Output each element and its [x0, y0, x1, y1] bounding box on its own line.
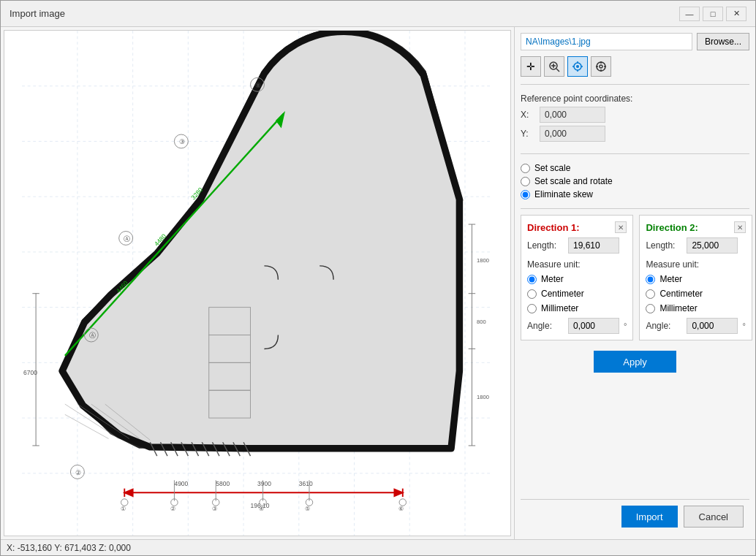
direction1-header: Direction 1: ✕ — [527, 221, 627, 233]
set-scale-option[interactable]: Set scale — [521, 163, 749, 173]
apply-row: Apply — [521, 345, 749, 378]
svg-text:Ⓐ: Ⓐ — [89, 332, 96, 339]
direction1-centimeter-label: Centimeter — [541, 289, 584, 299]
select-icon — [572, 61, 583, 72]
maximize-button[interactable]: □ — [703, 7, 723, 21]
direction2-centimeter-label: Centimeter — [659, 289, 703, 299]
direction1-length-input[interactable] — [568, 237, 619, 254]
svg-text:①: ① — [121, 506, 126, 512]
set-scale-rotate-label: Set scale and rotate — [534, 176, 613, 186]
y-input[interactable] — [540, 126, 605, 142]
target-icon — [595, 61, 607, 72]
direction1-angle-label: Angle: — [527, 321, 564, 331]
direction2-meter-label: Meter — [659, 274, 682, 284]
direction1-measure-unit-label: Measure unit: — [527, 259, 627, 270]
status-coordinates: X: -513,160 Y: 671,403 Z: 0,000 — [7, 543, 131, 553]
svg-text:③: ③ — [179, 138, 185, 145]
direction1-length-label: Length: — [527, 240, 564, 251]
move-tool-button[interactable]: ✛ — [521, 56, 541, 77]
direction1-centimeter-option[interactable]: Centimeter — [527, 289, 627, 299]
svg-point-116 — [600, 65, 602, 68]
file-path-input[interactable] — [521, 33, 692, 50]
title-bar: Import image — □ ✕ — [1, 1, 755, 27]
zoom-icon — [548, 61, 560, 72]
svg-text:⑥: ⑥ — [398, 506, 404, 512]
svg-text:⑧: ⑧ — [255, 82, 261, 89]
scale-options-section: Set scale Set scale and rotate Eliminate… — [521, 160, 749, 202]
reference-point-section: Reference point coordinates: X: Y: — [521, 91, 749, 148]
toolbar-row: ✛ — [521, 55, 749, 78]
eliminate-skew-option[interactable]: Eliminate skew — [521, 189, 749, 199]
svg-text:②: ② — [170, 506, 175, 512]
y-coord-row: Y: — [521, 126, 749, 142]
window-title: Import image — [10, 8, 65, 19]
direction2-millimeter-label: Millimeter — [659, 303, 697, 313]
svg-text:Ⓐ: Ⓐ — [124, 235, 130, 243]
main-window: Import image — □ ✕ — [0, 0, 756, 556]
svg-text:1800: 1800 — [477, 257, 489, 264]
directions-section: Direction 1: ✕ Length: Measure unit: Met… — [521, 215, 749, 340]
target-tool-button[interactable] — [591, 56, 611, 77]
svg-text:1800: 1800 — [477, 394, 489, 400]
svg-text:6700: 6700 — [23, 369, 37, 376]
svg-text:③: ③ — [212, 506, 217, 512]
direction1-millimeter-option[interactable]: Millimeter — [527, 303, 627, 313]
svg-text:5800: 5800 — [216, 480, 230, 487]
svg-text:3610: 3610 — [299, 480, 313, 487]
svg-text:800: 800 — [477, 319, 486, 325]
set-scale-rotate-option[interactable]: Set scale and rotate — [521, 176, 749, 186]
direction1-angle-row: Angle: ° — [527, 318, 627, 334]
direction1-angle-input[interactable] — [568, 318, 619, 334]
direction1-box: Direction 1: ✕ Length: Measure unit: Met… — [521, 215, 633, 340]
svg-text:④: ④ — [259, 506, 264, 512]
direction1-angle-unit: ° — [624, 321, 627, 330]
select-tool-button[interactable] — [567, 56, 588, 77]
cancel-button[interactable]: Cancel — [684, 506, 744, 528]
browse-button[interactable]: Browse... — [697, 33, 749, 50]
bottom-buttons: Import Cancel — [521, 499, 749, 533]
svg-line-106 — [556, 69, 559, 72]
direction2-millimeter-option[interactable]: Millimeter — [646, 303, 745, 313]
direction1-close-button[interactable]: ✕ — [615, 221, 627, 233]
direction2-angle-row: Angle: ° — [646, 318, 745, 334]
close-button[interactable]: ✕ — [726, 7, 746, 21]
direction2-measure-unit-label: Measure unit: — [646, 259, 745, 270]
direction2-close-button[interactable]: ✕ — [734, 221, 746, 233]
direction2-box: Direction 2: ✕ Length: Measure unit: Met… — [639, 215, 752, 340]
right-panel: Browse... ✛ — [514, 27, 755, 539]
eliminate-skew-label: Eliminate skew — [534, 189, 593, 199]
svg-point-110 — [576, 65, 579, 68]
direction2-meter-option[interactable]: Meter — [646, 274, 745, 284]
canvas-area[interactable]: 4900 5800 3900 3610 196.10 — [4, 30, 511, 536]
window-controls: — □ ✕ — [679, 7, 746, 21]
svg-text:⑤: ⑤ — [305, 506, 310, 512]
x-label: X: — [521, 110, 535, 120]
svg-text:②: ② — [75, 469, 81, 476]
x-coord-row: X: — [521, 107, 749, 123]
content-area: 4900 5800 3900 3610 196.10 — [1, 27, 755, 539]
minimize-button[interactable]: — — [679, 7, 700, 21]
status-bar: X: -513,160 Y: 671,403 Z: 0,000 — [1, 539, 755, 555]
direction2-angle-label: Angle: — [646, 321, 682, 331]
direction2-length-input[interactable] — [687, 237, 738, 254]
reference-point-title: Reference point coordinates: — [521, 94, 749, 104]
floor-plan-svg: 4900 5800 3900 3610 196.10 — [4, 31, 510, 536]
direction2-length-label: Length: — [646, 240, 682, 251]
file-path-row: Browse... — [521, 33, 749, 50]
import-button[interactable]: Import — [621, 506, 678, 528]
set-scale-label: Set scale — [534, 163, 570, 173]
direction1-meter-option[interactable]: Meter — [527, 274, 627, 284]
direction2-length-row: Length: — [646, 237, 745, 254]
direction2-angle-input[interactable] — [687, 318, 738, 334]
zoom-tool-button[interactable] — [544, 56, 564, 77]
direction2-title: Direction 2: — [646, 222, 698, 233]
apply-button[interactable]: Apply — [594, 351, 676, 373]
x-input[interactable] — [540, 107, 605, 123]
direction2-header: Direction 2: ✕ — [646, 221, 745, 233]
direction2-centimeter-option[interactable]: Centimeter — [646, 289, 745, 299]
y-label: Y: — [521, 129, 535, 139]
svg-text:3900: 3900 — [257, 480, 271, 487]
direction1-millimeter-label: Millimeter — [541, 303, 578, 313]
direction1-length-row: Length: — [527, 237, 627, 254]
direction1-title: Direction 1: — [527, 222, 580, 233]
